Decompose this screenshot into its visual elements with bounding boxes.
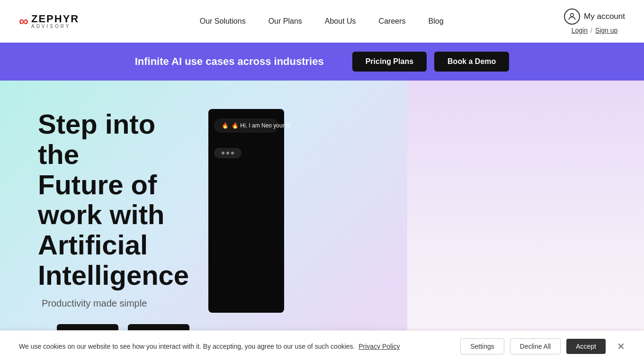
banner-buttons: Pricing Plans Book a Demo (352, 52, 510, 72)
logo-advisory-text: ADVISORY (31, 24, 79, 29)
nav-links: Our Solutions Our Plans About Us Careers… (200, 17, 444, 26)
navbar: ∞ ZEPHYR ADVISORY Our Solutions Our Plan… (0, 0, 644, 43)
banner-pricing-button[interactable]: Pricing Plans (352, 52, 427, 72)
banner-demo-button[interactable]: Book a Demo (434, 52, 509, 72)
svg-point-0 (571, 13, 574, 17)
nav-blog[interactable]: Blog (429, 17, 444, 25)
cookie-decline-button[interactable]: Decline All (510, 338, 561, 354)
cookie-buttons: Settings Decline All Accept ✕ (460, 338, 625, 354)
typing-dot-2 (226, 152, 229, 154)
chat-greeting-text: 🔥 Hi, I am Neo your M (232, 122, 291, 129)
nav-our-solutions[interactable]: Our Solutions (200, 17, 246, 25)
banner-text: Infinite AI use cases across industries (135, 55, 324, 68)
account-label: My account (584, 12, 625, 21)
logo-infinity-icon: ∞ (19, 14, 27, 29)
account-area: My account Login / Sign up (564, 9, 625, 34)
cookie-close-button[interactable]: ✕ (617, 341, 625, 352)
hero-subtitle: Productivity made simple (42, 298, 189, 309)
hero-title-line1: Step into the (38, 109, 155, 170)
chat-window: 🔥 🔥 Hi, I am Neo your M (208, 109, 284, 313)
hero-section: Step into the Future of work with Artifi… (0, 81, 644, 362)
logo-zephyr-text: ZEPHYR (31, 14, 79, 24)
typing-dot-3 (231, 152, 234, 154)
flame-icon: 🔥 (222, 122, 229, 129)
logo[interactable]: ∞ ZEPHYR ADVISORY (19, 14, 79, 29)
nav-our-plans[interactable]: Our Plans (268, 17, 302, 25)
hero-title-line3: Artificial Intelligence (38, 229, 189, 290)
cookie-accept-button[interactable]: Accept (566, 339, 606, 354)
chat-typing-indicator (214, 148, 242, 158)
hero-left: Step into the Future of work with Artifi… (0, 81, 208, 362)
cookie-text: We use cookies on our website to see how… (19, 343, 460, 350)
privacy-policy-link[interactable]: Privacy Policy (358, 343, 400, 350)
hero-title: Step into the Future of work with Artifi… (38, 109, 189, 290)
login-link[interactable]: Login (572, 27, 588, 34)
cookie-banner: We use cookies on our website to see how… (0, 330, 644, 362)
hero-title-line2: Future of work with (38, 169, 164, 230)
nav-careers[interactable]: Careers (379, 17, 406, 25)
signup-link[interactable]: Sign up (595, 27, 617, 34)
account-separator: / (590, 27, 592, 34)
hero-chat-area: 🔥 🔥 Hi, I am Neo your M (208, 81, 407, 362)
chat-greeting-bubble: 🔥 🔥 Hi, I am Neo your M (214, 118, 278, 133)
promo-banner: Infinite AI use cases across industries … (0, 43, 644, 81)
cookie-settings-button[interactable]: Settings (460, 338, 504, 354)
hero-right-gradient (407, 81, 644, 362)
typing-dot-1 (222, 152, 224, 154)
nav-about-us[interactable]: About Us (325, 17, 356, 25)
account-icon (564, 9, 580, 25)
